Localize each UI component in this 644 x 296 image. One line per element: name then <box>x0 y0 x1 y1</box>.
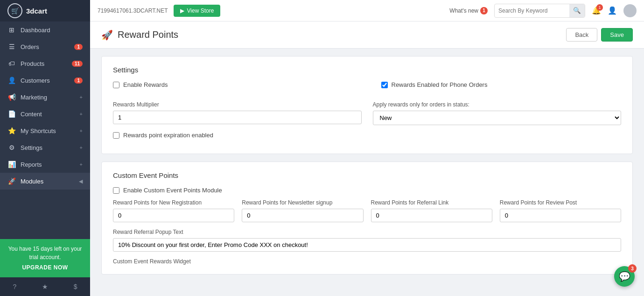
logo-text: 3dcart <box>26 7 47 15</box>
search-input[interactable] <box>495 7 569 14</box>
shortcuts-icon: ⭐ <box>7 127 16 134</box>
reports-icon: 📊 <box>7 161 16 168</box>
sidebar-nav: ⊞ Dashboard ☰ Orders 1 🏷 Products 11 👤 C… <box>0 21 90 239</box>
page-title-group: 🚀 Reward Points <box>101 29 178 41</box>
sidebar-label-settings: Settings <box>21 144 42 151</box>
settings-card-title: Settings <box>113 66 621 74</box>
new-reg-group: Reward Points for New Registration <box>113 199 234 222</box>
sidebar-item-orders[interactable]: ☰ Orders 1 <box>0 38 90 55</box>
upgrade-button[interactable]: UPGRADE NOW <box>7 263 83 272</box>
popup-text-group: Reward Referral Popup Text <box>113 229 621 252</box>
widget-label: Custom Event Rewards Widget <box>113 258 621 265</box>
products-icon: 🏷 <box>7 60 16 67</box>
sidebar-label-dashboard: Dashboard <box>21 27 50 34</box>
search-button[interactable]: 🔍 <box>569 4 585 18</box>
referral-label: Reward Points for Referral Link <box>371 199 492 206</box>
multiplier-input[interactable] <box>113 111 362 124</box>
settings-icon: ⚙ <box>7 144 16 151</box>
avatar[interactable] <box>623 4 637 17</box>
enable-rewards-label[interactable]: Enable Rewards <box>123 81 168 88</box>
whats-new-badge: 1 <box>480 7 488 14</box>
apply-rewards-select[interactable]: New Processing Shipped Completed <box>373 111 622 125</box>
notification-bell[interactable]: 🔔 1 <box>592 6 601 15</box>
custom-event-title: Custom Event Points <box>113 171 621 179</box>
enable-rewards-checkbox[interactable] <box>113 82 119 88</box>
newsletter-group: Reward Points for Newsletter signup <box>242 199 363 222</box>
enable-custom-checkbox[interactable] <box>113 187 119 194</box>
content-icon: 📄 <box>7 110 16 118</box>
whats-new-button[interactable]: What's new 1 <box>449 7 488 14</box>
rewards-phone-group: Rewards Enabled for Phone Orders <box>381 81 622 88</box>
rewards-phone-label[interactable]: Rewards Enabled for Phone Orders <box>392 81 488 88</box>
user-icon[interactable]: 👤 <box>608 6 617 15</box>
rewards-phone-checkbox[interactable] <box>381 82 388 88</box>
search-bar: 🔍 <box>494 4 585 18</box>
sidebar-item-my-shortcuts[interactable]: ⭐ My Shortcuts + <box>0 122 90 139</box>
content-expand-icon: + <box>80 111 83 117</box>
sidebar-item-products[interactable]: 🏷 Products 11 <box>0 55 90 72</box>
header-actions: Back Save <box>566 28 633 42</box>
sidebar-label-content: Content <box>21 111 42 118</box>
sidebar-item-content[interactable]: 📄 Content + <box>0 106 90 122</box>
modules-icon: 🚀 <box>7 177 16 185</box>
referral-input[interactable] <box>371 209 492 222</box>
sidebar: 🛒 3dcart ⊞ Dashboard ☰ Orders 1 🏷 Produc… <box>0 0 90 296</box>
custom-fields-row: Reward Points for New Registration Rewar… <box>113 199 621 222</box>
expiration-checkbox[interactable] <box>113 132 119 139</box>
content-area: 🚀 Reward Points Back Save Settings Enabl… <box>90 21 644 296</box>
settings-left-col: Enable Rewards <box>113 81 353 94</box>
page-title: Reward Points <box>118 29 178 40</box>
newsletter-label: Reward Points for Newsletter signup <box>242 199 363 206</box>
popup-text-input[interactable] <box>113 238 621 252</box>
view-store-icon: ▶ <box>180 7 184 14</box>
sidebar-item-customers[interactable]: 👤 Customers 1 <box>0 72 90 89</box>
sidebar-label-products: Products <box>21 60 44 67</box>
orders-icon: ☰ <box>7 43 16 50</box>
help-icon[interactable]: ? <box>13 283 16 290</box>
new-reg-input[interactable] <box>113 209 234 222</box>
sidebar-item-modules[interactable]: 🚀 Modules ◀ <box>0 173 90 190</box>
page-title-icon: 🚀 <box>101 29 113 41</box>
sidebar-item-settings[interactable]: ⚙ Settings + <box>0 139 90 156</box>
chat-bubble[interactable]: 💬 3 <box>614 266 635 287</box>
back-button[interactable]: Back <box>566 28 597 42</box>
new-reg-label: Reward Points for New Registration <box>113 199 234 206</box>
multiplier-status-row: Rewards Multiplier Apply rewards only fo… <box>113 101 621 125</box>
apply-rewards-label: Apply rewards only for orders in status: <box>373 101 622 108</box>
newsletter-input[interactable] <box>242 209 363 222</box>
dashboard-icon: ⊞ <box>7 26 16 34</box>
reports-expand-icon: + <box>80 162 83 167</box>
view-store-button[interactable]: ▶ View Store <box>174 5 221 17</box>
sidebar-item-dashboard[interactable]: ⊞ Dashboard <box>0 21 90 38</box>
enable-rewards-group: Enable Rewards <box>113 81 353 88</box>
topbar: 71994617061.3DCART.NET ▶ View Store What… <box>90 0 644 21</box>
expiration-label[interactable]: Rewards point expiration enabled <box>123 132 213 139</box>
sidebar-label-customers: Customers <box>21 77 50 84</box>
settings-card: Settings Enable Rewards Rewards Enabled … <box>101 56 633 154</box>
topbar-right: What's new 1 🔍 🔔 1 👤 <box>449 4 637 18</box>
whats-new-label: What's new <box>449 7 478 14</box>
sidebar-logo[interactable]: 🛒 3dcart <box>0 0 90 21</box>
main-area: 71994617061.3DCART.NET ▶ View Store What… <box>90 0 644 296</box>
enable-custom-label[interactable]: Enable Custom Event Points Module <box>123 187 222 194</box>
review-group: Reward Points for Review Post <box>500 199 621 222</box>
settings-checkboxes-row: Enable Rewards Rewards Enabled for Phone… <box>113 81 621 94</box>
logo-icon: 🛒 <box>7 3 22 18</box>
settings-right-col: Rewards Enabled for Phone Orders <box>381 81 622 94</box>
multiplier-label: Rewards Multiplier <box>113 101 362 108</box>
sidebar-item-marketing[interactable]: 📢 Marketing + <box>0 89 90 106</box>
store-url: 71994617061.3DCART.NET <box>98 7 168 14</box>
sidebar-label-modules: Modules <box>21 178 43 185</box>
enable-custom-group: Enable Custom Event Points Module <box>113 187 621 194</box>
billing-icon[interactable]: $ <box>74 283 77 290</box>
sidebar-item-reports[interactable]: 📊 Reports + <box>0 156 90 173</box>
expiration-group: Rewards point expiration enabled <box>113 132 621 139</box>
favorites-icon[interactable]: ★ <box>42 283 48 290</box>
save-button[interactable]: Save <box>601 28 633 42</box>
referral-group: Reward Points for Referral Link <box>371 199 492 222</box>
sidebar-label-reports: Reports <box>21 161 42 168</box>
chat-badge: 3 <box>628 264 637 273</box>
review-input[interactable] <box>500 209 621 222</box>
apply-rewards-group: Apply rewards only for orders in status:… <box>373 101 622 125</box>
review-label: Reward Points for Review Post <box>500 199 621 206</box>
